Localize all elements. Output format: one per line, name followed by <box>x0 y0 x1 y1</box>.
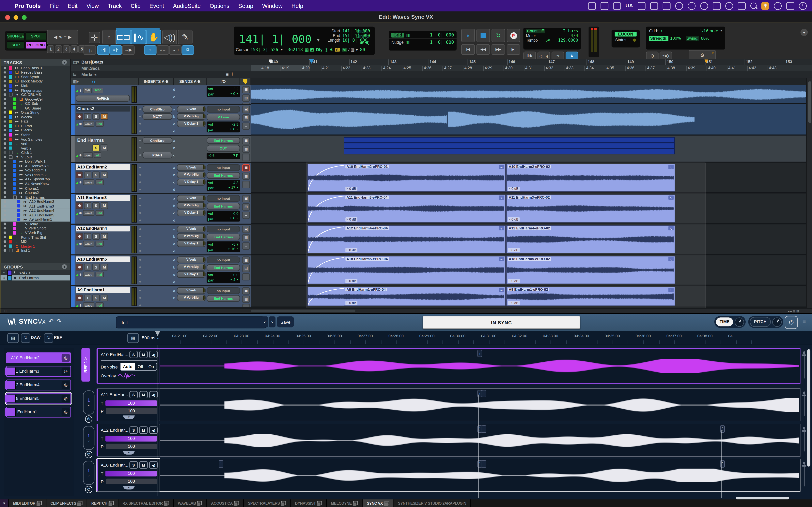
plugin-menu-icon[interactable]: ≡ <box>803 319 806 325</box>
input-monitor-button[interactable]: I <box>84 171 91 178</box>
io-input[interactable]: no input <box>207 226 240 232</box>
row-mini-fader[interactable] <box>802 462 806 486</box>
speaker-button[interactable]: ◀) <box>149 426 158 434</box>
previous-preset-button[interactable]: ‹ <box>261 317 268 327</box>
row-power-button[interactable]: ⏻ <box>85 415 92 423</box>
menu-view[interactable]: View <box>87 3 99 9</box>
smart-tool-bracket[interactable] <box>116 27 160 30</box>
folder-summary-clip[interactable] <box>344 137 674 143</box>
input-monitor-button[interactable]: I <box>84 233 91 239</box>
mic-icon[interactable] <box>761 2 769 10</box>
zoom-out-button[interactable]: ≡↕ <box>4 309 7 313</box>
sidebar-track-gc-drums[interactable]: ▾GC DRUMS <box>1 92 70 97</box>
clip-gain-badge[interactable]: ⊦ 0 dB <box>345 187 357 191</box>
input-monitor-button[interactable]: I <box>84 264 91 270</box>
plugin-horizontal-scrollbar[interactable] <box>736 497 789 499</box>
send-v-verb[interactable]: V Verb <box>177 195 206 202</box>
comments-icon[interactable]: ▤ <box>242 204 250 211</box>
add-lane-icon[interactable]: + <box>242 273 250 281</box>
plugin-row-waveform-area[interactable]: ⋮⋮⋮ <box>160 424 801 456</box>
input-monitor-button[interactable]: I <box>84 294 91 301</box>
audio-clip[interactable]: A11 EndHarm3-ePRO-02⊦ 0 dB∿ <box>506 194 675 223</box>
row-mini-fader[interactable] <box>802 427 806 451</box>
sync-anchor-handle[interactable]: ⋮ <box>477 350 482 357</box>
sync-anchor-handle[interactable]: ⋮ <box>720 425 725 433</box>
automation-wave[interactable]: wave <box>83 241 94 246</box>
fade-in-clip[interactable] <box>307 256 344 284</box>
edit-horizontal-scrollbar[interactable] <box>251 310 355 312</box>
audio-clip[interactable]: A9 EndHarm1-ePRO-02⊦ 0 dB∿ <box>506 287 675 306</box>
io-input[interactable]: no input <box>207 287 240 294</box>
send-v-delay-1[interactable]: V Delay 1 <box>177 178 206 185</box>
menu-pro-tools[interactable]: Pro Tools <box>15 3 41 9</box>
mute-button[interactable]: M <box>101 171 108 178</box>
elastic-audio-icon[interactable]: ∿ <box>668 195 673 200</box>
strength-value[interactable]: 100% <box>670 36 681 41</box>
menu-clip[interactable]: Clip <box>131 3 141 9</box>
track-name[interactable]: A18 EndHarm5 <box>75 257 130 262</box>
return-to-start-button[interactable]: |◀ <box>461 44 475 55</box>
zoomer-tool[interactable]: ⌕ <box>102 30 116 44</box>
volume-pan-display[interactable]: vol-2.5pan‣ 0 ‣ <box>207 121 240 132</box>
automation-wave[interactable]: wave <box>83 121 94 127</box>
elastic-audio-icon[interactable]: ∿ <box>668 165 673 169</box>
send-v-delay-1[interactable]: V Delay 1 <box>177 271 206 278</box>
play-button[interactable]: ◗ <box>461 29 475 42</box>
solo-button[interactable]: S <box>92 202 100 209</box>
track-name[interactable]: A10 EndHarm2 <box>75 164 130 170</box>
pitch-amount-slider[interactable]: 100 <box>106 408 157 414</box>
bottom-tab-dynassist[interactable]: DYNASSIST <box>291 499 326 507</box>
menu-help[interactable]: Help <box>292 3 303 9</box>
playhead-marker[interactable] <box>309 59 314 64</box>
group-end-harms[interactable]: ○aEnd Harms <box>1 275 70 280</box>
sync-group-selector[interactable]: 1⌄ <box>83 390 94 414</box>
time-mode-button[interactable]: TIME <box>716 318 733 326</box>
comments-icon[interactable]: ▤ <box>242 94 250 102</box>
ref-sort-icon[interactable]: ⇅ <box>44 333 53 343</box>
add-lane-icon[interactable]: + <box>242 212 250 219</box>
sidebar-track-end-harrms[interactable]: ▾End Harrms <box>1 195 70 200</box>
solo-button[interactable]: S <box>92 171 100 178</box>
comments-icon[interactable]: ▤ <box>242 295 250 303</box>
selector-tool[interactable]: ∥∿ <box>131 30 146 44</box>
sidebar-track-a18-endharm5[interactable]: ▸▸A18 EndHarm5 <box>1 213 70 217</box>
plugin-power-button[interactable]: ⏻ <box>785 316 798 329</box>
bottom-tab-synthesizer-v-studio-2araplugin[interactable]: SYNTHESIZER V STUDIO 2ARAPLUGIN <box>394 499 471 507</box>
track-record-icon[interactable]: ▣ <box>242 106 250 113</box>
visibility-eye-icon[interactable]: ◎ <box>62 381 70 389</box>
clip-gain-badge[interactable]: ⊦ 0 dB <box>508 279 519 283</box>
ruler-min-secs-label[interactable]: Min:Secs <box>81 66 100 71</box>
comments-icon[interactable]: ▤ <box>242 146 250 153</box>
marker-follows-button[interactable]: ▽→ <box>157 45 169 55</box>
volume-pan-display[interactable]: vol0.0pan‣ 4 ‣ <box>207 272 240 283</box>
sidebar-track-hi-pad[interactable]: ШHi Pad <box>1 124 70 128</box>
denoise-option-auto[interactable]: Auto <box>120 363 135 370</box>
menu-event[interactable]: Event <box>150 3 164 9</box>
input-monitor-button[interactable]: I <box>84 113 91 120</box>
automation-read[interactable]: read <box>93 88 103 93</box>
folder-summary-clip[interactable] <box>344 149 674 154</box>
sync-anchor-handle[interactable]: ⋮ <box>481 390 487 397</box>
link-edit-selection-button[interactable]: ≡∥• <box>110 45 122 55</box>
count-off-value[interactable]: 2 bars <box>563 29 578 33</box>
record-enable-button[interactable] <box>75 233 83 239</box>
plugin-track-a18-endharm5[interactable]: A18 EndHarm5◎ <box>6 393 71 404</box>
sidebar-track-pump-that-shit[interactable]: ↓Pump That Shit <box>1 235 70 239</box>
solo-button[interactable]: S <box>92 294 100 301</box>
speaker-button[interactable]: ◀) <box>149 461 158 469</box>
track-record-icon[interactable]: ▣ <box>242 257 250 264</box>
automation-dyn[interactable]: dyn <box>83 88 92 93</box>
grid-value-label[interactable]: Grid <box>391 33 404 37</box>
io-output[interactable]: End Harrms <box>207 172 240 179</box>
toolbar-menu-button[interactable]: ▼ <box>800 29 808 36</box>
sidebar-track-chorus1[interactable]: ▸▸Chorus1 <box>1 186 70 190</box>
bolt-icon[interactable] <box>650 2 658 10</box>
plugin-track-a12-endharm4[interactable]: A12 EndHarm4◎ <box>6 380 71 390</box>
input-monitor-button[interactable]: I <box>84 202 91 209</box>
stop-button[interactable] <box>476 29 490 42</box>
plugin-track-a9-endharm1[interactable]: A9 EndHarm1◎ <box>6 407 71 417</box>
plugin-list-view-icon[interactable]: ▤ <box>7 333 19 343</box>
ref-sort-label[interactable]: REF <box>54 335 62 340</box>
sidebar-track-a17-speedrap[interactable]: ▸▸A17 SpeedRap <box>1 177 70 182</box>
daw-sort-label[interactable]: DAW <box>31 335 41 340</box>
